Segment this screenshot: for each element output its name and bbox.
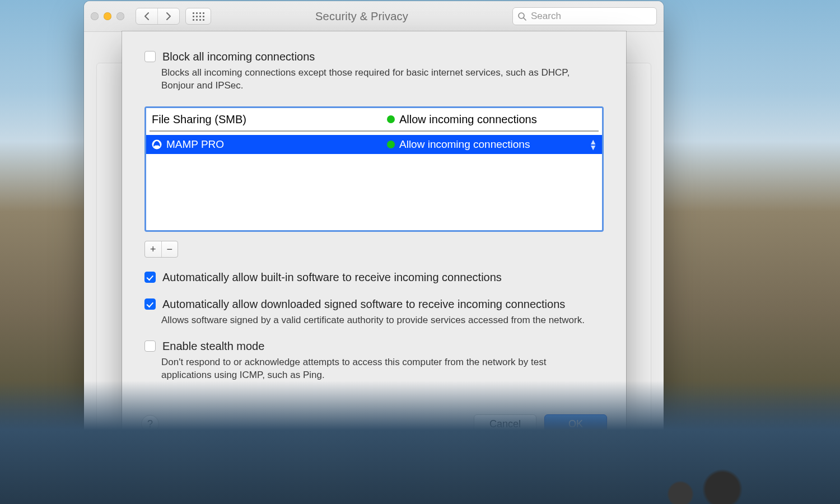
remove-button[interactable]: − <box>161 241 178 257</box>
search-field[interactable] <box>512 7 657 25</box>
close-window-button[interactable] <box>91 12 99 20</box>
chevron-right-icon <box>166 12 171 20</box>
forward-button[interactable] <box>157 8 179 24</box>
list-item-status-dropdown[interactable]: Allow incoming connections <box>399 138 589 151</box>
stealth-description: Don't respond to or acknowledge attempts… <box>161 356 587 381</box>
stealth-row: Enable stealth mode <box>144 339 604 353</box>
grid-icon <box>193 12 204 21</box>
stealth-checkbox[interactable] <box>144 340 156 352</box>
search-icon <box>517 12 526 21</box>
show-all-button[interactable] <box>185 8 211 25</box>
sheet-footer: ? Cancel OK <box>141 414 607 433</box>
add-button[interactable]: + <box>145 241 161 257</box>
list-row-file-sharing[interactable]: File Sharing (SMB) Allow incoming connec… <box>146 108 602 130</box>
back-button[interactable] <box>136 8 157 24</box>
auto-signed-checkbox[interactable] <box>144 298 156 310</box>
desktop-wallpaper: Security & Privacy Block all incoming co… <box>0 0 840 504</box>
list-row-mamp-pro[interactable]: MAMP PRO Allow incoming connections ▲▼ <box>146 135 602 154</box>
list-item-status: Allow incoming connections <box>399 113 596 126</box>
cancel-button[interactable]: Cancel <box>474 414 536 433</box>
auto-signed-label: Automatically allow downloaded signed so… <box>162 297 565 311</box>
help-button[interactable]: ? <box>141 415 159 433</box>
list-divider <box>150 130 599 132</box>
status-dot-icon <box>387 141 395 148</box>
app-icon <box>152 139 162 150</box>
search-input[interactable] <box>530 10 652 22</box>
block-all-checkbox[interactable] <box>144 51 156 62</box>
nav-back-forward <box>136 8 180 25</box>
list-item-name: MAMP PRO <box>166 138 224 151</box>
status-dot-icon <box>387 115 395 123</box>
svg-line-1 <box>524 18 526 20</box>
auto-signed-description: Allows software signed by a valid certif… <box>161 314 587 326</box>
block-all-label: Block all incoming connections <box>162 49 604 64</box>
auto-builtin-row: Automatically allow built-in software to… <box>144 270 604 284</box>
ok-button[interactable]: OK <box>544 414 607 433</box>
add-remove-segment: + − <box>144 241 178 258</box>
zoom-window-button[interactable] <box>116 12 124 20</box>
firewall-app-list[interactable]: File Sharing (SMB) Allow incoming connec… <box>144 106 604 232</box>
updown-arrows-icon: ▲▼ <box>589 139 596 150</box>
chevron-left-icon <box>144 12 150 20</box>
block-all-description: Blocks all incoming connections except t… <box>161 66 587 92</box>
auto-builtin-checkbox[interactable] <box>144 272 156 283</box>
window-title: Security & Privacy <box>217 10 507 23</box>
minimize-window-button[interactable] <box>104 12 111 20</box>
window-controls <box>91 12 124 20</box>
auto-builtin-label: Automatically allow built-in software to… <box>162 270 502 284</box>
stealth-label: Enable stealth mode <box>162 339 264 353</box>
titlebar: Security & Privacy <box>84 1 664 32</box>
auto-signed-row: Automatically allow downloaded signed so… <box>144 297 604 311</box>
list-item-name: File Sharing (SMB) <box>152 113 387 126</box>
list-item-status-label: Allow incoming connections <box>399 138 530 150</box>
firewall-options-sheet: Block all incoming connections Blocks al… <box>122 31 626 446</box>
block-all-row: Block all incoming connections <box>144 49 604 64</box>
